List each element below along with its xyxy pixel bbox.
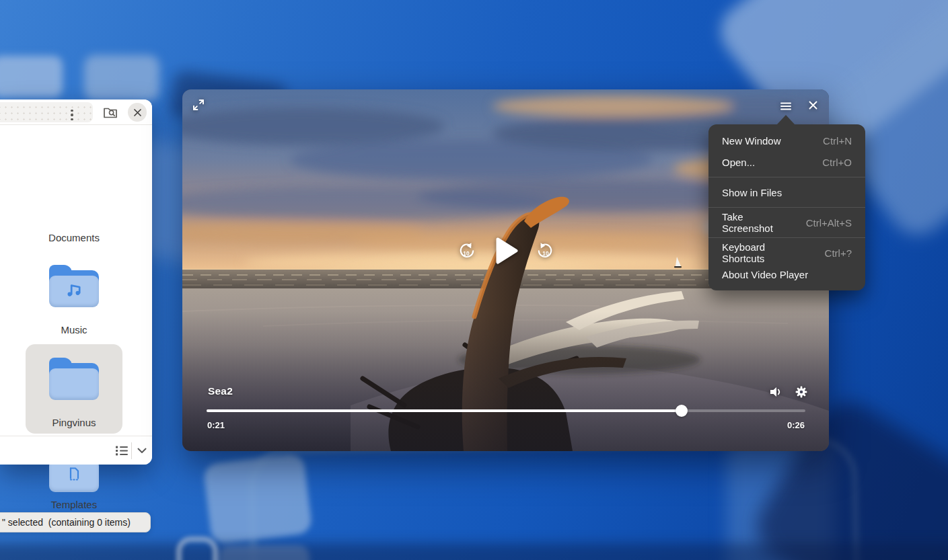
shortcut-label: Ctrl+O <box>822 157 852 168</box>
close-icon <box>134 109 141 116</box>
player-popover-menu: New Window Ctrl+N Open... Ctrl+O Show in… <box>708 124 865 290</box>
popover-caret <box>776 115 795 125</box>
kebab-menu-icon[interactable] <box>68 108 76 122</box>
fullscreen-button[interactable] <box>192 98 205 114</box>
play-button[interactable] <box>495 237 518 267</box>
files-bottom-bar <box>0 436 152 465</box>
menu-item-about-video-player[interactable]: About Video Player <box>708 264 865 285</box>
wallpaper-shape <box>84 55 159 101</box>
desktop: Documents Music Pingvinus Templates " se… <box>0 0 948 560</box>
shortcut-label: Ctrl+N <box>823 135 852 147</box>
folder-item-templates-label[interactable]: Templates <box>13 499 135 510</box>
wallpaper-shape <box>0 56 63 97</box>
menu-separator <box>708 207 865 208</box>
seek-handle[interactable] <box>676 405 688 417</box>
list-view-icon <box>116 446 128 456</box>
view-options-dropdown[interactable] <box>135 444 149 457</box>
selection-status-text: " selected (containing 0 items) <box>0 512 151 532</box>
menu-item-take-screenshot[interactable]: Take Screenshot Ctrl+Alt+S <box>708 212 865 233</box>
video-title: Sea2 <box>208 385 233 397</box>
list-view-button[interactable] <box>114 444 129 457</box>
menu-separator <box>708 237 865 238</box>
shortcut-label: Ctrl+? <box>825 247 852 259</box>
main-menu-button[interactable] <box>780 101 791 113</box>
menu-separator <box>708 177 865 177</box>
folder-item-documents-label[interactable]: Documents <box>13 232 135 243</box>
wallpaper-shape <box>0 543 948 560</box>
total-duration: 0:26 <box>787 420 805 430</box>
folder-item-music-label[interactable]: Music <box>13 324 135 335</box>
close-player-button[interactable] <box>809 100 817 112</box>
shortcut-label: Ctrl+Alt+S <box>806 217 852 229</box>
volume-icon <box>770 387 783 397</box>
volume-button[interactable] <box>770 387 783 400</box>
folder-search-icon[interactable] <box>102 105 118 120</box>
hamburger-menu-icon <box>780 102 791 110</box>
gear-icon <box>795 386 807 398</box>
music-note-icon <box>64 281 84 298</box>
menu-item-keyboard-shortcuts[interactable]: Keyboard Shortcuts Ctrl+? <box>708 242 865 264</box>
skip-forward-10-button[interactable]: 10 <box>536 242 554 262</box>
play-icon <box>495 237 518 264</box>
menu-item-show-in-files[interactable]: Show in Files <box>708 182 865 203</box>
wallpaper-shape <box>203 452 313 545</box>
skip-forward-label: 10 <box>542 250 549 257</box>
files-headerbar[interactable] <box>0 99 152 125</box>
skip-back-10-button[interactable]: 10 <box>458 242 476 262</box>
seek-bar-fill <box>207 409 682 412</box>
skip-back-label: 10 <box>463 250 470 257</box>
files-pathbar[interactable] <box>0 102 93 122</box>
settings-button[interactable] <box>795 386 807 401</box>
chevron-down-icon <box>137 448 147 454</box>
folder-item-pingvinus[interactable] <box>49 358 99 400</box>
divider <box>131 442 132 459</box>
folder-item-music[interactable] <box>49 265 99 307</box>
menu-item-new-window[interactable]: New Window Ctrl+N <box>708 130 865 151</box>
current-time: 0:21 <box>207 420 225 430</box>
wallpaper-shape <box>176 536 218 560</box>
close-icon <box>809 101 817 110</box>
close-window-button[interactable] <box>128 103 147 122</box>
folder-item-pingvinus-label[interactable]: Pingvinus <box>13 417 135 428</box>
menu-item-open[interactable]: Open... Ctrl+O <box>708 151 865 173</box>
fullscreen-icon <box>192 98 205 112</box>
seek-bar[interactable] <box>207 409 805 412</box>
document-icon <box>67 466 81 483</box>
files-window: Documents Music Pingvinus Templates " se… <box>0 99 152 465</box>
